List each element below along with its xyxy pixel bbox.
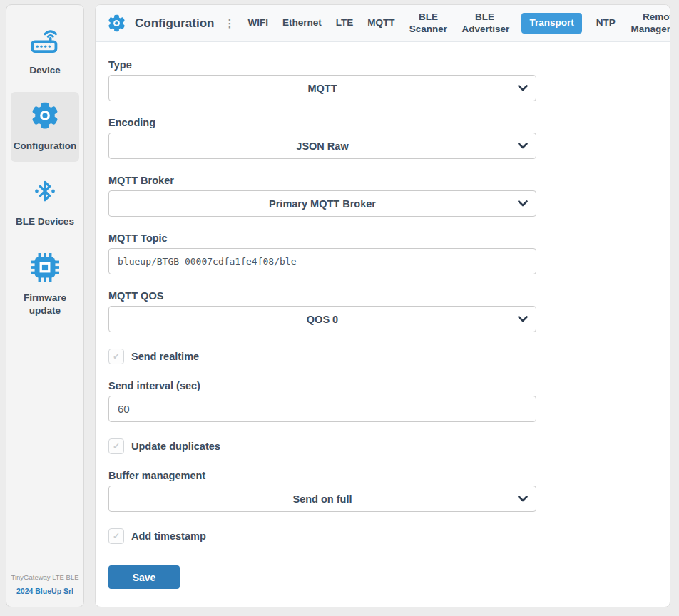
mqtt-qos-label: MQTT QOS <box>108 290 536 302</box>
send-interval-label: Send interval (sec) <box>108 380 536 391</box>
chip-icon <box>31 253 59 282</box>
send-realtime-checkbox-row[interactable]: ✓ Send realtime <box>108 348 670 364</box>
copyright-link[interactable]: 2024 BlueUp Srl <box>16 587 73 595</box>
chevron-down-icon <box>509 191 536 216</box>
encoding-label: Encoding <box>108 117 536 128</box>
tab-ntp[interactable]: NTP <box>596 17 616 29</box>
chevron-down-icon <box>509 76 536 101</box>
add-timestamp-label: Add timestamp <box>131 530 206 542</box>
add-timestamp-checkbox-row[interactable]: ✓ Add timestamp <box>108 528 670 544</box>
sidebar-item-label: Configuration <box>14 140 76 153</box>
tab-ble-advertiser[interactable]: BLE Advertiser <box>461 11 507 34</box>
tab-ethernet[interactable]: Ethernet <box>282 17 322 29</box>
mqtt-broker-select[interactable]: Primary MQTT Broker <box>108 190 536 217</box>
sidebar-item-label: Firmware update <box>12 292 78 317</box>
sidebar-item-configuration[interactable]: Configuration <box>11 92 79 162</box>
gear-icon <box>30 101 60 130</box>
buffer-management-select[interactable]: Send on full <box>108 486 536 512</box>
tab-mqtt[interactable]: MQTT <box>367 17 394 29</box>
type-label: Type <box>108 59 536 71</box>
update-duplicates-checkbox-row[interactable]: ✓ Update duplicates <box>108 438 670 454</box>
send-realtime-label: Send realtime <box>131 351 199 362</box>
sidebar-item-ble-devices[interactable]: BLE Devices <box>11 168 79 237</box>
tab-remote-management[interactable]: Remote Management <box>630 11 670 34</box>
sidebar-item-device[interactable]: Device <box>11 16 79 86</box>
tab-lte[interactable]: LTE <box>336 17 354 29</box>
sidebar-item-label: Device <box>29 64 61 77</box>
checkbox-checked-icon[interactable]: ✓ <box>108 528 124 544</box>
router-icon <box>29 26 61 54</box>
checkbox-checked-icon[interactable]: ✓ <box>108 438 124 454</box>
main-card: Configuration ⋮ WIFI Ethernet LTE MQTT B… <box>95 4 670 607</box>
overflow-menu-icon[interactable]: ⋮ <box>224 17 235 30</box>
update-duplicates-label: Update duplicates <box>131 441 220 452</box>
mqtt-topic-label: MQTT Topic <box>108 232 536 244</box>
page-title: Configuration <box>135 16 214 31</box>
mqtt-qos-select[interactable]: QOS 0 <box>108 306 536 332</box>
mqtt-topic-input[interactable] <box>108 248 536 274</box>
encoding-select[interactable]: JSON Raw <box>108 133 536 159</box>
type-select-value: MQTT <box>307 83 337 94</box>
tab-bar: WIFI Ethernet LTE MQTT BLE Scanner BLE A… <box>247 11 670 34</box>
sidebar: Device Configuration <box>6 4 84 607</box>
mqtt-broker-select-value: Primary MQTT Broker <box>269 198 376 210</box>
bluetooth-icon <box>33 177 57 205</box>
product-name: TinyGateway LTE BLE <box>6 573 83 581</box>
tab-wifi[interactable]: WIFI <box>247 17 268 29</box>
type-select[interactable]: MQTT <box>108 75 536 101</box>
tab-ble-scanner[interactable]: BLE Scanner <box>409 11 447 34</box>
chevron-down-icon <box>509 307 536 332</box>
buffer-management-select-value: Send on full <box>293 493 352 505</box>
save-button[interactable]: Save <box>108 565 180 589</box>
encoding-select-value: JSON Raw <box>296 140 348 152</box>
chevron-down-icon <box>509 133 536 158</box>
card-header: Configuration ⋮ WIFI Ethernet LTE MQTT B… <box>96 5 670 42</box>
sidebar-item-label: BLE Devices <box>16 215 74 228</box>
sidebar-footer: TinyGateway LTE BLE 2024 BlueUp Srl <box>6 573 83 607</box>
checkbox-checked-icon[interactable]: ✓ <box>108 349 124 364</box>
buffer-management-label: Buffer management <box>108 470 536 481</box>
mqtt-broker-label: MQTT Broker <box>108 175 536 186</box>
tab-transport[interactable]: Transport <box>521 13 581 33</box>
mqtt-qos-select-value: QOS 0 <box>307 314 338 325</box>
transport-form: Type MQTT Encoding JSON Raw MQTT Broker <box>96 42 670 589</box>
send-interval-input[interactable] <box>108 396 536 422</box>
chevron-down-icon <box>509 486 536 511</box>
sidebar-item-firmware-update[interactable]: Firmware update <box>11 244 79 327</box>
gear-icon <box>107 14 126 33</box>
